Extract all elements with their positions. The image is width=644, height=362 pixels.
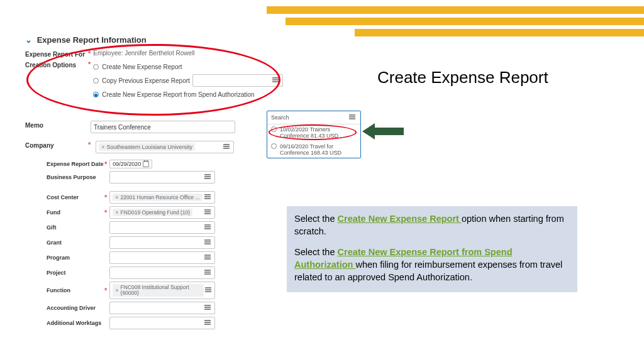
label-creation-options: Creation Options: [25, 60, 88, 69]
label-program: Program: [47, 255, 104, 261]
list-icon: [272, 77, 280, 84]
list-icon: [204, 269, 212, 277]
required-indicator: *: [88, 141, 91, 148]
chevron-down-icon: ⌄: [25, 35, 32, 45]
search-option-1[interactable]: 10/02/2020 Trainers Conference 81.43 USD: [267, 124, 360, 141]
search-label: Search: [271, 114, 289, 121]
list-icon: [349, 114, 357, 121]
company-chip[interactable]: ×Southeastern Louisiana University: [99, 143, 195, 151]
business-purpose-input[interactable]: [109, 171, 215, 184]
radio-copy-previous[interactable]: [93, 78, 99, 84]
accounting-driver-input[interactable]: [109, 302, 215, 314]
list-icon: [204, 194, 212, 201]
list-icon: [204, 319, 212, 327]
search-popup: Search 10/02/2020 Trainers Conference 81…: [267, 111, 361, 158]
date-input[interactable]: 09/29/2020: [109, 160, 152, 168]
radio-label: Create New Expense Report: [102, 63, 182, 70]
required-indicator: *: [88, 50, 91, 57]
label-company: Company: [25, 141, 88, 149]
memo-value: Trainers Conference: [94, 124, 151, 131]
required-indicator: *: [88, 60, 91, 68]
label-fund: Fund: [47, 209, 104, 216]
cost-center-input[interactable]: ×22001 Human Resource Office ...: [109, 191, 215, 204]
value-expense-for: Employee: Jennifer Berthelot Rowell: [93, 50, 194, 57]
required-indicator: *: [104, 209, 107, 216]
company-input[interactable]: ×Southeastern Louisiana University: [96, 141, 234, 153]
search-option-label: 10/02/2020 Trainers Conference 81.43 USD: [280, 126, 357, 140]
list-icon: [223, 143, 231, 151]
list-icon: [204, 304, 212, 312]
form-panel: ⌄ Expense Report Information Expense Rep…: [25, 35, 340, 332]
radio-label: Create New Expense Report from Spend Aut…: [102, 91, 254, 98]
close-icon: ×: [115, 209, 118, 216]
instr-link-1: Create New Expense Report: [338, 214, 462, 224]
radio-from-spend-auth[interactable]: [93, 92, 99, 97]
radio-create-new[interactable]: [93, 64, 99, 70]
label-project: Project: [47, 270, 104, 276]
label-grant: Grant: [47, 239, 104, 246]
section-title: Expense Report Information: [37, 35, 147, 45]
radio-search-opt-2[interactable]: [271, 143, 277, 149]
close-icon: ×: [115, 287, 118, 293]
search-option-2[interactable]: 09/16/2020 Travel for Conference 168.43 …: [267, 141, 360, 158]
required-indicator: *: [104, 160, 107, 168]
label-expense-for: Expense Report For: [25, 50, 88, 58]
required-indicator: *: [104, 194, 107, 201]
close-icon: ×: [115, 194, 118, 200]
label-accounting-driver: Accounting Driver: [47, 305, 104, 311]
program-input[interactable]: [109, 251, 215, 264]
label-additional-worktags: Additional Worktags: [47, 320, 104, 326]
date-value: 09/29/2020: [113, 161, 141, 167]
radio-label: Copy Previous Expense Report: [102, 77, 190, 84]
label-cost-center: Cost Center: [47, 194, 104, 200]
additional-worktags-input[interactable]: [109, 317, 215, 329]
list-icon: [204, 173, 212, 181]
function-chip[interactable]: ×FNC008 Institutional Support (60000): [113, 284, 204, 297]
project-input[interactable]: [109, 266, 215, 279]
label-date: Expense Report Date: [47, 161, 104, 167]
memo-input[interactable]: Trainers Conference: [91, 121, 235, 133]
grant-input[interactable]: [109, 236, 215, 249]
page-title: Create Expense Report: [377, 68, 548, 87]
required-indicator: *: [104, 287, 107, 294]
section-header[interactable]: ⌄ Expense Report Information: [25, 35, 340, 45]
close-icon: ×: [101, 144, 104, 150]
search-option-label: 09/16/2020 Travel for Conference 168.43 …: [280, 143, 357, 156]
radio-search-opt-1[interactable]: [271, 126, 277, 132]
label-gift: Gift: [47, 224, 104, 231]
fund-chip[interactable]: ×FND019 Operating Fund (10): [113, 209, 192, 216]
gift-input[interactable]: [109, 221, 215, 234]
copy-previous-input[interactable]: [192, 74, 283, 87]
calendar-icon: [143, 161, 149, 167]
list-icon: [204, 224, 212, 231]
list-icon: [204, 254, 212, 261]
label-function: Function: [47, 287, 104, 293]
list-icon: [205, 287, 212, 294]
fund-input[interactable]: ×FND019 Operating Fund (10): [109, 206, 215, 219]
label-memo: Memo: [25, 121, 88, 129]
list-icon: [204, 209, 212, 216]
function-input[interactable]: ×FNC008 Institutional Support (60000): [109, 282, 215, 299]
cost-center-chip[interactable]: ×22001 Human Resource Office ...: [113, 194, 202, 201]
label-business-purpose: Business Purpose: [47, 174, 104, 180]
annotation-arrow: [362, 123, 404, 140]
list-icon: [204, 239, 212, 246]
